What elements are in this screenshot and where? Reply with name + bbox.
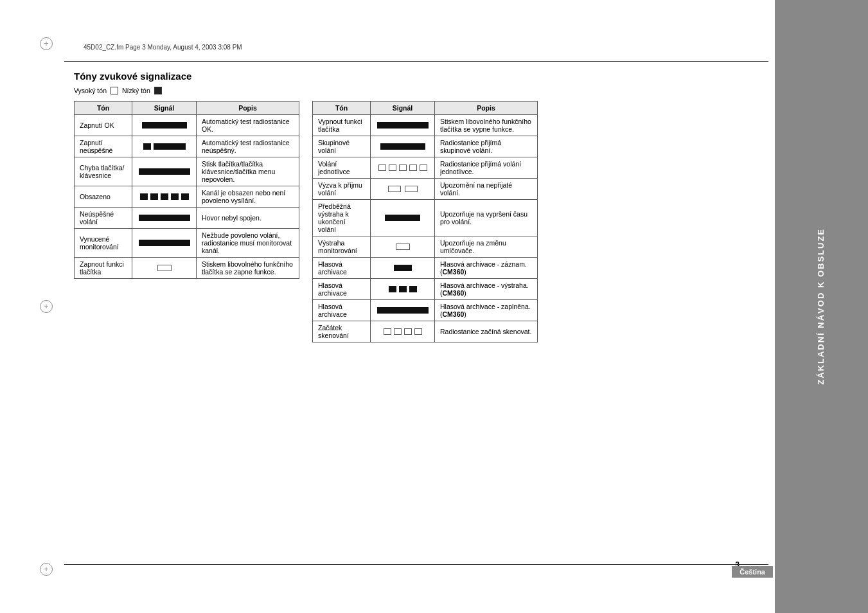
tone-legend: Vysoký tón Nízký tón — [74, 87, 740, 94]
popis-cell: Automatický test radiostanice neúspěšný. — [197, 136, 299, 157]
ton-cell: Hlasová archivace — [313, 300, 371, 321]
page-container: 45D02_CZ.fm Page 3 Monday, August 4, 200… — [0, 0, 868, 613]
ton-cell: Začátek skenování — [313, 321, 371, 342]
high-tone-label: Vysoký tón — [74, 87, 107, 94]
popis-cell: Radiostanice přijímá volání jednotlivce. — [435, 157, 538, 179]
popis-cell: Kanál je obsazen nebo není povoleno vysí… — [197, 186, 299, 208]
table-row: Skupinové volání Radiostanice přijímá sk… — [313, 136, 538, 157]
ton-cell: Chyba tlačítka/ klávesnice — [75, 157, 132, 186]
ton-cell: Zapnutí neúspěšné — [75, 136, 132, 157]
right-header-popis: Popis — [435, 102, 538, 115]
popis-cell: Upozorňuje na vypršení času pro volání. — [435, 200, 538, 236]
ton-cell: Zapnutí OK — [75, 115, 132, 136]
table-row: Volání jednotlivce Radiostanice přijímá … — [313, 157, 538, 179]
reg-mark-tl — [40, 37, 53, 50]
table-row: Začátek skenování Radiostanice začíná sk… — [313, 321, 538, 342]
reg-mark-ml — [40, 300, 53, 313]
ton-cell: Hlasová archivace — [313, 279, 371, 300]
signal-cell — [371, 200, 435, 236]
reg-mark-bl — [40, 563, 53, 576]
signal-cell — [371, 157, 435, 179]
signal-cell — [371, 136, 435, 157]
ton-cell: Skupinové volání — [313, 136, 371, 157]
ton-cell: Zapnout funkci tlačítka — [75, 258, 132, 279]
popis-cell: Nežbude povoleno volání, radiostanice mu… — [197, 229, 299, 258]
table-row: Hlasová archivace Hlasová archivace - vý… — [313, 279, 538, 300]
table-row: Hlasová archivace Hlasová archivace - zá… — [313, 258, 538, 279]
signal-cell — [132, 186, 197, 208]
signal-cell — [132, 157, 197, 186]
signal-cell — [371, 279, 435, 300]
table-row: Chyba tlačítka/ klávesnice Stisk tlačítk… — [75, 157, 299, 186]
page-title: Tóny zvukové signalizace — [74, 71, 740, 82]
signal-cell — [371, 258, 435, 279]
table-row: Obsazeno Kanál je obsazen nebo není povo… — [75, 186, 299, 208]
table-row: Předběžná výstraha k ukončení volání Upo… — [313, 200, 538, 236]
main-content: Tóny zvukové signalizace Vysoký tón Nízk… — [74, 71, 740, 562]
left-header-ton: Tón — [75, 102, 132, 115]
low-tone-label: Nízký tón — [122, 87, 150, 94]
popis-cell: Stiskem libovolného funkčního tlačítka s… — [435, 115, 538, 136]
popis-cell: Stisk tlačítka/tlačítka klávesnice/tlačí… — [197, 157, 299, 186]
language-label: Čeština — [732, 566, 773, 578]
ton-cell: Obsazeno — [75, 186, 132, 208]
popis-cell: Stiskem libovolného funkčního tlačítka s… — [197, 258, 299, 279]
table-row: Zapnutí neúspěšné Automatický test radio… — [75, 136, 299, 157]
low-tone-box — [154, 87, 162, 94]
ton-cell: Vynucené monitorování — [75, 229, 132, 258]
file-info: 45D02_CZ.fm Page 3 Monday, August 4, 200… — [84, 44, 242, 51]
signal-cell — [371, 115, 435, 136]
signal-cell — [132, 115, 197, 136]
popis-cell: Automatický test radiostanice OK. — [197, 115, 299, 136]
table-row: Neúspěšné volání Hovor nebyl spojen. — [75, 208, 299, 229]
table-row: Výstraha monitorování Upozorňuje na změn… — [313, 236, 538, 258]
table-row: Vynucené monitorování Nežbude povoleno v… — [75, 229, 299, 258]
popis-cell: Upozorňuje na změnu umlčovače. — [435, 236, 538, 258]
left-header-popis: Popis — [197, 102, 299, 115]
ton-cell: Výstraha monitorování — [313, 236, 371, 258]
signal-cell — [371, 179, 435, 200]
high-tone-box — [111, 87, 118, 94]
right-sidebar: ZÁKLADNÍ NÁVOD K OBSLUZE — [775, 0, 868, 613]
popis-cell: Hlasová archivace - záznam. (CM360) — [435, 258, 538, 279]
right-header-signal: Signál — [371, 102, 435, 115]
table-row: Zapnutí OK Automatický test radiostanice… — [75, 115, 299, 136]
table-row: Zapnout funkci tlačítka Stiskem libovoln… — [75, 258, 299, 279]
signal-cell — [132, 229, 197, 258]
table-row: Vypnout funkci tlačítka Stiskem libovoln… — [313, 115, 538, 136]
popis-cell: Hlasová archivace - výstraha. (CM360) — [435, 279, 538, 300]
left-header-signal: Signál — [132, 102, 197, 115]
signal-cell — [371, 321, 435, 342]
ton-cell: Volání jednotlivce — [313, 157, 371, 179]
popis-cell: Radiostanice přijímá skupinové volání. — [435, 136, 538, 157]
table-row: Hlasová archivace Hlasová archivace - za… — [313, 300, 538, 321]
popis-cell: Hovor nebyl spojen. — [197, 208, 299, 229]
signal-cell — [371, 236, 435, 258]
popis-cell: Hlasová archivace - zaplněna. (CM360) — [435, 300, 538, 321]
top-rule — [64, 61, 768, 62]
left-table: Tón Signál Popis Zapnutí OK — [74, 101, 299, 279]
bottom-rule — [64, 564, 768, 565]
ton-cell: Předběžná výstraha k ukončení volání — [313, 200, 371, 236]
signal-cell — [132, 258, 197, 279]
signal-cell — [132, 136, 197, 157]
sidebar-text: ZÁKLADNÍ NÁVOD K OBSLUZE — [816, 228, 827, 385]
ton-cell: Hlasová archivace — [313, 258, 371, 279]
popis-cell: Upozornění na nepřijaté volání. — [435, 179, 538, 200]
ton-cell: Neúspěšné volání — [75, 208, 132, 229]
right-header-ton: Tón — [313, 102, 371, 115]
signal-cell — [371, 300, 435, 321]
popis-cell: Radiostanice začíná skenovat. — [435, 321, 538, 342]
tables-wrapper: Tón Signál Popis Zapnutí OK — [74, 101, 740, 342]
ton-cell: Vypnout funkci tlačítka — [313, 115, 371, 136]
right-table: Tón Signál Popis Vypnout funkci tlačítka — [312, 101, 538, 342]
table-row: Výzva k příjmu volání Upozornění na nepř… — [313, 179, 538, 200]
signal-cell — [132, 208, 197, 229]
ton-cell: Výzva k příjmu volání — [313, 179, 371, 200]
